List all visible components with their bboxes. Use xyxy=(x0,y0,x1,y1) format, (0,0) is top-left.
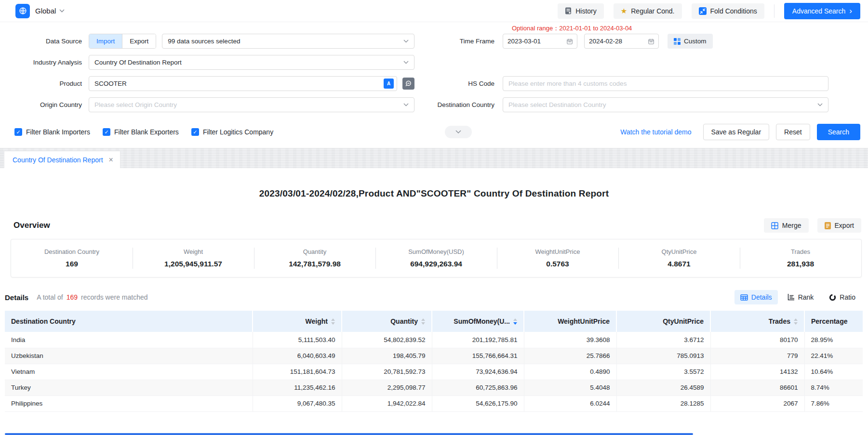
topbar-actions: History ★ Regular Cond. Fold Conditions … xyxy=(558,3,860,19)
custom-range-label: Custom xyxy=(684,38,707,45)
start-date-input[interactable] xyxy=(503,34,577,49)
value-cell: 3.6712 xyxy=(616,332,710,348)
checkbox-actions-row: ✓Filter Blank Importers✓Filter Blank Exp… xyxy=(0,124,868,148)
value-cell: 2067 xyxy=(710,395,804,411)
advanced-search-button[interactable]: Advanced Search › xyxy=(784,3,860,19)
exclude-search-icon-button[interactable] xyxy=(402,78,414,90)
overview-stat: WeightUnitPrice0.5763 xyxy=(497,239,618,277)
regular-cond-button[interactable]: ★ Regular Cond. xyxy=(614,3,682,19)
tab-country-of-destination-report[interactable]: Country Of Destination Report × xyxy=(4,151,120,168)
calendar-icon xyxy=(567,38,573,45)
page: { "topbar": { "region_label": "Global", … xyxy=(0,0,868,435)
checkbox-icon[interactable]: ✓ xyxy=(191,128,199,136)
overview-stat: QtyUnitPrice4.8671 xyxy=(618,239,740,277)
sort-icon[interactable] xyxy=(513,318,517,325)
table-row: Philippines9,067,480.351,942,022.8454,62… xyxy=(5,395,863,411)
merge-button[interactable]: Merge xyxy=(764,218,809,233)
overview-stat: Destination Country169 xyxy=(11,239,133,277)
value-cell: 9,067,480.35 xyxy=(253,395,342,411)
country-cell: Vietnam xyxy=(5,364,253,380)
value-cell: 201,192,785.81 xyxy=(432,332,524,348)
column-header[interactable]: Trades xyxy=(710,311,804,332)
grid-icon xyxy=(674,38,681,45)
calendar-icon xyxy=(648,38,654,45)
details-header: Details A total of169records were matche… xyxy=(5,290,861,304)
history-button[interactable]: History xyxy=(558,3,604,19)
fold-conditions-button[interactable]: Fold Conditions xyxy=(692,3,764,19)
data-sources-select[interactable]: 99 data sources selected xyxy=(162,34,414,49)
industry-analysis-select[interactable]: Country Of Destination Report xyxy=(89,55,414,70)
export-button[interactable]: Export xyxy=(817,218,861,233)
value-cell: 1,942,022.84 xyxy=(342,395,432,411)
stat-label: SumOfMoney(USD) xyxy=(408,248,464,255)
view-toggle: Details Rank Ratio xyxy=(734,290,861,304)
sort-icon[interactable] xyxy=(421,318,425,325)
stat-value: 169 xyxy=(66,260,78,268)
tutorial-link[interactable]: Watch the tutorial demo xyxy=(620,128,691,136)
value-cell: 22.41% xyxy=(804,348,863,364)
chevron-right-icon: › xyxy=(849,7,852,15)
stat-value: 281,938 xyxy=(787,260,814,268)
collapse-conditions-button[interactable] xyxy=(445,126,472,138)
destination-country-select[interactable]: Please select Destination Country xyxy=(503,97,828,112)
column-header: Destination Country xyxy=(5,311,253,332)
chevron-down-icon xyxy=(59,9,65,13)
close-icon[interactable]: × xyxy=(109,156,113,164)
custom-range-button[interactable]: Custom xyxy=(668,34,713,49)
industry-analysis-value: Country Of Destination Report xyxy=(94,59,182,66)
hs-code-input[interactable] xyxy=(508,80,823,87)
end-date-input[interactable] xyxy=(584,34,659,49)
reset-button[interactable]: Reset xyxy=(776,124,810,140)
column-header[interactable]: Quantity xyxy=(342,311,432,332)
translate-icon[interactable]: A xyxy=(384,79,394,89)
stat-value: 4.8671 xyxy=(668,260,690,268)
view-rank-button[interactable]: Rank xyxy=(782,290,820,304)
checkbox-icon[interactable]: ✓ xyxy=(14,128,22,136)
value-cell: 779 xyxy=(710,348,804,364)
history-icon xyxy=(565,7,572,14)
fold-icon xyxy=(699,7,707,15)
stat-label: WeightUnitPrice xyxy=(535,248,580,255)
global-region-icon[interactable] xyxy=(15,4,30,18)
checkbox-icon[interactable]: ✓ xyxy=(103,128,110,136)
sort-icon[interactable] xyxy=(331,318,335,325)
overview-actions: Merge Export xyxy=(764,218,861,233)
end-date-value[interactable] xyxy=(589,38,645,45)
country-cell: Turkey xyxy=(5,380,253,395)
origin-country-select[interactable]: Please select Origin Country xyxy=(89,97,414,112)
filter-checkbox-item[interactable]: ✓Filter Blank Importers xyxy=(14,128,90,136)
column-header[interactable]: SumOfMoney(U... xyxy=(432,311,524,332)
start-date-value[interactable] xyxy=(507,38,564,45)
product-input[interactable] xyxy=(94,80,380,87)
table-row: Turkey11,235,462.162,295,098.7760,725,86… xyxy=(5,380,863,395)
import-toggle[interactable]: Import xyxy=(89,34,122,48)
column-header[interactable]: Weight xyxy=(253,311,342,332)
sort-icon[interactable] xyxy=(794,318,798,325)
value-cell: 8.74% xyxy=(804,380,863,395)
value-cell: 0.4890 xyxy=(524,364,616,380)
destination-country-label: Destination Country xyxy=(414,101,503,108)
region-selector[interactable]: Global xyxy=(15,4,65,18)
value-cell: 80170 xyxy=(710,332,804,348)
value-cell: 20,781,592.73 xyxy=(342,364,432,380)
filter-checkbox-item[interactable]: ✓Filter Logitics Company xyxy=(191,128,273,136)
save-as-regular-button[interactable]: Save as Regular xyxy=(703,124,770,140)
view-ratio-button[interactable]: Ratio xyxy=(823,290,861,304)
view-details-button[interactable]: Details xyxy=(734,290,778,304)
stat-value: 0.5763 xyxy=(546,260,569,268)
product-input-wrap: A xyxy=(89,76,397,91)
horizontal-scrollbar-thumb[interactable] xyxy=(5,433,693,435)
value-cell: 2,295,098.77 xyxy=(342,380,432,395)
filter-checkbox-item[interactable]: ✓Filter Blank Exporters xyxy=(103,128,179,136)
star-icon: ★ xyxy=(621,7,627,14)
view-ratio-label: Ratio xyxy=(840,293,855,301)
tab-title: Country Of Destination Report xyxy=(13,156,103,164)
divider xyxy=(774,4,775,18)
value-cell: 14132 xyxy=(710,364,804,380)
export-toggle[interactable]: Export xyxy=(122,34,156,48)
time-frame-label: Time Frame xyxy=(414,38,503,45)
checkbox-label: Filter Blank Importers xyxy=(26,128,90,136)
records-summary: A total of169records were matched xyxy=(37,293,147,301)
column-header: WeightUnitPrice xyxy=(524,311,616,332)
search-button[interactable]: Search xyxy=(817,124,860,140)
